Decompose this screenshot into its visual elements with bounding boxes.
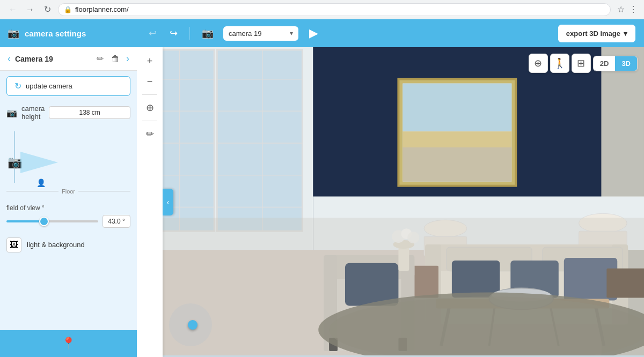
orbit-view-button[interactable]: ⊕ bbox=[529, 54, 548, 73]
collapse-sidebar-button[interactable]: ‹ bbox=[163, 189, 173, 215]
view-area: + − ⊕ ✏ ‹ ⊕ bbox=[137, 47, 644, 357]
address-bar[interactable]: 🔒 floorplanner.com/ bbox=[58, 3, 611, 16]
plus-icon: + bbox=[147, 56, 153, 67]
camera-height-icon: 📷 bbox=[6, 108, 17, 118]
settings-view-button[interactable]: ⊞ bbox=[572, 54, 591, 73]
walk-view-button[interactable]: 🚶 bbox=[550, 54, 569, 73]
camera-next-button[interactable]: › bbox=[125, 52, 130, 65]
camera-viz: 📷 👤 Floor bbox=[0, 126, 137, 199]
edit-camera-button[interactable]: ✏ bbox=[94, 51, 106, 66]
fov-slider[interactable] bbox=[6, 220, 98, 222]
undo-button[interactable]: ↩ bbox=[145, 24, 160, 42]
grid-settings-icon: ⊞ bbox=[577, 57, 585, 69]
bottom-pin[interactable]: 📍 bbox=[0, 330, 137, 357]
fov-value: 43.0 ° bbox=[103, 215, 130, 228]
toolbar-separator-2 bbox=[142, 121, 157, 121]
fov-slider-row: 43.0 ° bbox=[6, 215, 130, 228]
reload-button[interactable]: ↻ bbox=[41, 3, 54, 16]
sidebar-header: 📷 camera settings bbox=[0, 19, 137, 47]
light-background-label: light & background bbox=[27, 241, 85, 249]
fov-section: field of view ° 43.0 ° bbox=[0, 201, 137, 231]
zoom-out-button[interactable]: − bbox=[140, 72, 159, 91]
url-text: floorplanner.com/ bbox=[75, 5, 129, 13]
floor-text: Floor bbox=[58, 188, 78, 195]
walk-icon: 🚶 bbox=[554, 57, 566, 69]
export-label: export 3D image bbox=[566, 29, 620, 38]
update-camera-button[interactable]: ↻ update camera bbox=[6, 76, 130, 96]
redo-button[interactable]: ↪ bbox=[166, 24, 181, 42]
nav-circle-dot bbox=[188, 320, 197, 330]
floor-line-right bbox=[78, 191, 130, 191]
minus-icon: − bbox=[147, 76, 153, 87]
app: 📷 camera settings ‹ Camera 19 ✏ 🗑 › ↻ up… bbox=[0, 19, 644, 357]
svg-rect-65 bbox=[163, 218, 644, 355]
main-content: ↩ ↪ 📷 camera 19 ▾ ▶ export 3D image ▾ bbox=[137, 19, 644, 357]
update-camera-label: update camera bbox=[26, 82, 72, 90]
bookmark-button[interactable]: ☆ bbox=[617, 4, 625, 14]
2d-mode-button[interactable]: 2D bbox=[594, 56, 616, 71]
camera-icon: 📷 bbox=[8, 27, 19, 39]
top-toolbar: ↩ ↪ 📷 camera 19 ▾ ▶ export 3D image ▾ bbox=[137, 19, 644, 47]
nav-circle[interactable] bbox=[169, 303, 212, 346]
location-pin-icon: 📍 bbox=[61, 337, 76, 351]
view-controls: ⊕ 🚶 ⊞ 2D 3D bbox=[529, 54, 638, 73]
play-icon: ▶ bbox=[309, 26, 318, 40]
export-3d-button[interactable]: export 3D image ▾ bbox=[558, 25, 635, 42]
svg-rect-21 bbox=[402, 84, 511, 132]
toolbar-separator bbox=[189, 27, 190, 40]
svg-rect-22 bbox=[402, 131, 511, 147]
fov-label: field of view ° bbox=[6, 204, 130, 212]
camera-settings-title: camera settings bbox=[25, 29, 86, 38]
camera-height-input[interactable] bbox=[49, 106, 130, 119]
delete-camera-button[interactable]: 🗑 bbox=[109, 52, 122, 66]
refresh-icon: ↻ bbox=[14, 81, 21, 91]
orbit-icon: ⊕ bbox=[534, 57, 542, 69]
room-scene-svg bbox=[137, 47, 644, 355]
svg-rect-23 bbox=[402, 147, 511, 182]
fit-view-button[interactable]: ⊕ bbox=[140, 98, 159, 117]
sidebar: 📷 camera settings ‹ Camera 19 ✏ 🗑 › ↻ up… bbox=[0, 19, 137, 357]
svg-rect-6 bbox=[217, 50, 302, 231]
camera-thumb-icon: 📷 bbox=[8, 155, 22, 169]
draw-button[interactable]: ✏ bbox=[140, 124, 159, 144]
export-arrow-icon: ▾ bbox=[624, 29, 627, 38]
zoom-in-button[interactable]: + bbox=[140, 51, 159, 71]
left-toolbar: + − ⊕ ✏ bbox=[137, 47, 163, 357]
camera-icon-toolbar[interactable]: 📷 bbox=[199, 24, 217, 42]
camera-toolbar-icon: 📷 bbox=[202, 27, 214, 39]
camera-height-row: 📷 camera height bbox=[0, 101, 137, 124]
pencil-icon: ✏ bbox=[146, 128, 154, 140]
back-button[interactable]: ← bbox=[6, 3, 19, 16]
light-background-row[interactable]: 🖼 light & background bbox=[0, 232, 137, 258]
undo-icon: ↩ bbox=[149, 27, 157, 39]
camera-prev-button[interactable]: ‹ bbox=[6, 52, 12, 65]
light-background-icon: 🖼 bbox=[6, 237, 21, 252]
camera-name-label: Camera 19 bbox=[15, 55, 91, 63]
collapse-arrow-icon: ‹ bbox=[167, 198, 170, 206]
nav-circle-background bbox=[169, 303, 212, 346]
camera-cone bbox=[20, 152, 58, 173]
floor-label-row: Floor bbox=[0, 188, 137, 195]
floor-line-left bbox=[6, 191, 58, 191]
camera-selector-name: camera 19 bbox=[229, 29, 286, 38]
target-icon: ⊕ bbox=[146, 102, 154, 114]
camera-selector-dropdown[interactable]: camera 19 ▾ bbox=[223, 26, 298, 41]
camera-nav: ‹ Camera 19 ✏ 🗑 › bbox=[0, 47, 137, 71]
forward-button[interactable]: → bbox=[24, 3, 36, 16]
menu-button[interactable]: ⋮ bbox=[629, 4, 638, 14]
camera-slider-thumb[interactable]: 📷 bbox=[8, 155, 22, 169]
sidebar-spacer bbox=[0, 258, 137, 331]
camera-selector-arrow-icon: ▾ bbox=[290, 29, 293, 37]
camera-height-label: camera height bbox=[21, 105, 45, 121]
lock-icon: 🔒 bbox=[64, 6, 72, 13]
browser-chrome: ← → ↻ 🔒 floorplanner.com/ ☆ ⋮ bbox=[0, 0, 644, 19]
play-button[interactable]: ▶ bbox=[305, 24, 323, 42]
person-on-floor-icon: 👤 bbox=[36, 178, 46, 187]
3d-mode-button[interactable]: 3D bbox=[615, 56, 637, 71]
redo-icon: ↪ bbox=[170, 27, 178, 39]
view-mode-group: 2D 3D bbox=[593, 56, 638, 71]
toolbar-separator-1 bbox=[142, 94, 157, 95]
